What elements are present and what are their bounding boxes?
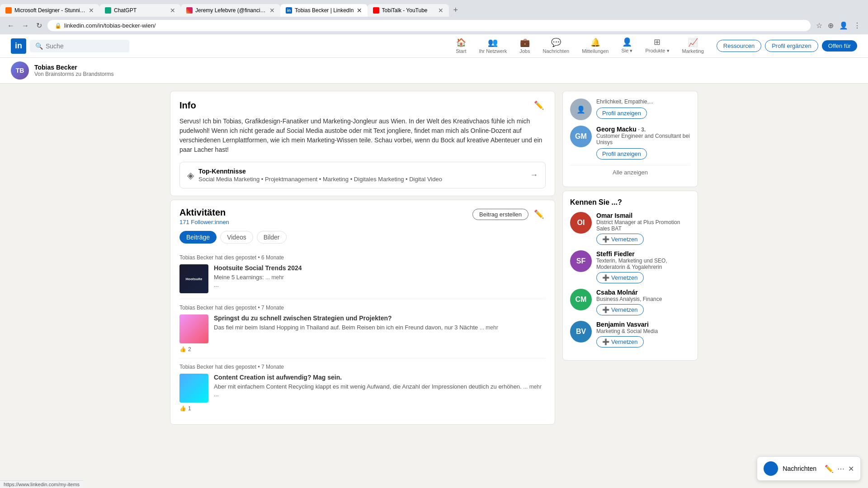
kennen-person-person-steffi: SF Steffi Fiedler Texterin, Marketing un…: [570, 250, 690, 283]
profile-button[interactable]: 👤: [837, 19, 850, 32]
browser-tabs: Microsoft Designer - Stunning✕ChatGPT✕Je…: [0, 0, 868, 17]
sidebar-person-name-2: Georg Macku · 3.: [596, 126, 690, 133]
info-header: Info ✏️: [179, 99, 546, 112]
linkedin-logo: in: [11, 38, 26, 54]
address-bar[interactable]: 🔒 linkedin.com/in/tobias-becker-wien/: [47, 20, 811, 31]
sidebar-avatar-2: GM: [570, 126, 592, 147]
sidebar-people-card: 👤 Ehrlichkeit, Empathie,... Profil anzei…: [562, 91, 698, 187]
sidebar-person-ehrlichkeit: 👤 Ehrlichkeit, Empathie,... Profil anzei…: [570, 99, 690, 120]
header-buttons: Ressourcen Profil ergänzen Offen für: [717, 40, 857, 52]
header-nav: 🏠 Start 👥 Ihr Netzwerk 💼 Jobs 💬 Nachrich…: [450, 34, 709, 57]
skills-content: Top-Kenntnisse Social Media Marketing • …: [198, 168, 442, 183]
profil-anzeigen-btn-2[interactable]: Profil anzeigen: [596, 148, 647, 160]
reload-button[interactable]: ↻: [34, 19, 44, 32]
post-meta-post-3: Tobias Becker hat dies gepostet • 7 Mona…: [179, 364, 546, 370]
tab-videos[interactable]: Videos: [220, 231, 253, 244]
post-item-post-2: Tobias Becker hat dies gepostet • 7 Mona…: [179, 299, 546, 358]
nav-start[interactable]: 🏠 Start: [450, 35, 472, 57]
vernetzen-btn-person-csaba[interactable]: ➕ Vernetzen: [596, 304, 644, 315]
profile-tagline: Von Brainstorms zu Brandstorms: [34, 71, 113, 77]
kennen-container: OI Omar Ismail District Manager at Plus …: [570, 212, 690, 347]
home-icon: 🏠: [456, 38, 466, 47]
kennen-name-person-steffi: Steffi Fiedler: [596, 250, 690, 258]
search-icon: 🔍: [35, 42, 43, 50]
browser-tab-tab-gpt[interactable]: ChatGPT✕: [99, 4, 181, 17]
browser-tab-tab-yt[interactable]: TobiTalk - YouTube✕: [368, 4, 449, 17]
marketing-icon: 📈: [688, 38, 698, 47]
lock-icon: 🔒: [55, 23, 61, 29]
post-extra-post-1: ...: [214, 282, 546, 288]
post-desc-post-2: Das fiel mir beim Island Hopping in Thai…: [214, 324, 546, 332]
post-content-post-3: Content Creation ist aufwendig? Mag sein…: [179, 374, 546, 403]
new-tab-button[interactable]: +: [449, 4, 463, 17]
skills-label: Top-Kenntnisse: [198, 168, 442, 175]
aktivitaeten-edit-button[interactable]: ✏️: [532, 207, 546, 221]
post-more-post-2[interactable]: ... mehr: [480, 324, 498, 331]
post-more-post-1[interactable]: ... mehr: [265, 274, 284, 281]
back-button[interactable]: ←: [5, 20, 16, 32]
kennen-info-person-csaba: Csaba Molnár Business Analysis, Finance …: [596, 289, 690, 315]
browser-tab-tab-ig[interactable]: Jeremy Lefebvre (@financialec...✕: [181, 4, 280, 17]
profil-ergaenzen-button[interactable]: Profil ergänzen: [765, 40, 818, 52]
nav-marketing[interactable]: 📈 Marketing: [677, 35, 709, 57]
aktivitaeten-card: Aktivitäten 171 Follower:innen Beitrag e…: [170, 200, 555, 425]
posts-container: Tobias Becker hat dies gepostet • 6 Mona…: [179, 249, 546, 417]
skills-arrow-icon[interactable]: →: [530, 170, 538, 180]
vernetzen-btn-person-omar[interactable]: ➕ Vernetzen: [596, 234, 644, 245]
vernetzen-icon-person-omar: ➕: [602, 236, 609, 243]
kennen-title-person-omar: District Manager at Plus Promotion Sales…: [596, 219, 690, 232]
info-edit-button[interactable]: ✏️: [532, 99, 546, 112]
info-title: Info: [179, 100, 196, 111]
sidebar-degree-2: · 3.: [638, 127, 646, 133]
nav-nachrichten[interactable]: 💬 Nachrichten: [537, 35, 575, 57]
ressourcen-button[interactable]: Ressourcen: [717, 40, 761, 52]
post-more-post-3[interactable]: ... mehr: [523, 384, 542, 390]
menu-button[interactable]: ⋮: [852, 19, 863, 32]
sidebar-person-title-1: Ehrlichkeit, Empathie,...: [596, 99, 690, 105]
offen-fuer-button[interactable]: Offen für: [822, 40, 857, 52]
nav-netzwerk[interactable]: 👥 Ihr Netzwerk: [473, 35, 512, 57]
nav-jobs[interactable]: 💼 Jobs: [514, 35, 535, 57]
browser-chrome: Microsoft Designer - Stunning✕ChatGPT✕Je…: [0, 0, 868, 34]
kennen-info-person-benjamin: Benjamin Vasvari Marketing & Social Medi…: [596, 321, 690, 347]
beitrag-erstellen-button[interactable]: Beitrag erstellen: [472, 209, 528, 220]
search-input[interactable]: [46, 42, 118, 50]
skills-list: Social Media Marketing • Projektmanageme…: [198, 176, 442, 183]
vernetzen-btn-person-benjamin[interactable]: ➕ Vernetzen: [596, 336, 644, 347]
kennen-title-person-benjamin: Marketing & Social Media: [596, 328, 690, 334]
browser-tab-tab-ms[interactable]: Microsoft Designer - Stunning✕: [0, 4, 99, 17]
kennen-name-person-csaba: Csaba Molnár: [596, 289, 690, 296]
linkedin-header: in 🔍 🏠 Start 👥 Ihr Netzwerk 💼 Jobs 💬 Nac…: [0, 34, 868, 58]
tab-beitraege[interactable]: Beiträge: [179, 231, 217, 244]
post-text-post-2: Springst du zu schnell zwischen Strategi…: [214, 314, 546, 332]
post-extra-post-3: ...: [214, 391, 546, 398]
tab-bilder[interactable]: Bilder: [257, 231, 287, 244]
post-item-post-1: Tobias Becker hat dies gepostet • 6 Mona…: [179, 249, 546, 299]
nav-produkte[interactable]: ⊞ Produkte ▾: [640, 34, 675, 57]
top-skills-box: ◈ Top-Kenntnisse Social Media Marketing …: [179, 162, 546, 188]
sidebar: 👤 Ehrlichkeit, Empathie,... Profil anzei…: [562, 91, 698, 425]
nav-sie[interactable]: 👤 Sie ▾: [616, 34, 638, 57]
network-icon: 👥: [488, 38, 498, 47]
profil-anzeigen-btn-1[interactable]: Profil anzeigen: [596, 108, 647, 119]
extensions-button[interactable]: ⊕: [826, 19, 835, 32]
main-content: Info ✏️ Servus! Ich bin Tobias, Grafikde…: [170, 91, 555, 425]
alle-anzeigen-button[interactable]: Alle anzeigen: [570, 165, 690, 179]
nav-mitteilungen[interactable]: 🔔 Mitteilungen: [576, 35, 614, 57]
browser-nav-icons: ☆ ⊕ 👤 ⋮: [814, 19, 863, 32]
sidebar-person-info-2: Georg Macku · 3. Customer Engineer and C…: [596, 126, 690, 160]
diamond-icon: ◈: [187, 170, 194, 181]
info-text: Servus! Ich bin Tobias, Grafikdesign-Fan…: [179, 117, 546, 155]
search-box[interactable]: 🔍: [30, 40, 129, 52]
forward-button[interactable]: →: [20, 20, 31, 32]
browser-tab-tab-li[interactable]: inTobias Becker | LinkedIn✕: [280, 4, 368, 17]
nav-start-label: Start: [456, 48, 466, 54]
nav-nachrichten-label: Nachrichten: [542, 48, 569, 54]
kennen-name-person-omar: Omar Ismail: [596, 212, 690, 219]
sidebar-person-georg: GM Georg Macku · 3. Customer Engineer an…: [570, 126, 690, 160]
kennen-avatar-person-omar: OI: [570, 212, 592, 234]
followers-count[interactable]: 171 Follower:innen: [179, 219, 229, 225]
vernetzen-btn-person-steffi[interactable]: ➕ Vernetzen: [596, 272, 644, 283]
bookmark-button[interactable]: ☆: [814, 19, 824, 32]
vernetzen-icon-person-csaba: ➕: [602, 306, 609, 313]
